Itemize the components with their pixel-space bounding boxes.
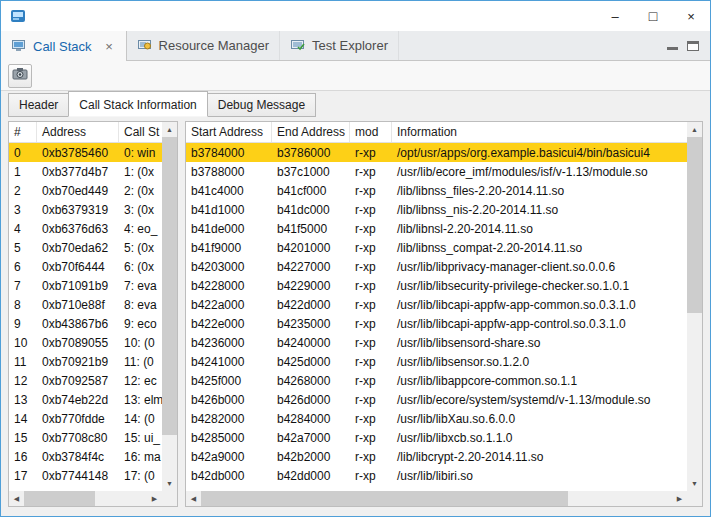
cell-end-address: b41f5000 bbox=[272, 222, 350, 236]
cell-num: 10 bbox=[9, 336, 37, 350]
cell-mod: r-xp bbox=[350, 374, 392, 388]
callstack-table-body: 0 0xb3785460 0: win 1 0xb377d4b7 1: (0x … bbox=[9, 143, 162, 491]
scrollbar-thumb[interactable] bbox=[201, 491, 568, 506]
cell-num: 2 bbox=[9, 184, 37, 198]
call-stack-icon bbox=[11, 38, 27, 54]
callstack-row[interactable]: 8 0xb710e88f 8: eva bbox=[9, 295, 162, 314]
memory-row[interactable]: b4228000 b4229000 r-xp /usr/lib/libsecur… bbox=[186, 276, 687, 295]
subtab-call-stack-information[interactable]: Call Stack Information bbox=[68, 91, 207, 117]
cell-end-address: b4229000 bbox=[272, 279, 350, 293]
memory-row[interactable]: b41c4000 b41cf000 r-xp /lib/libnss_files… bbox=[186, 181, 687, 200]
scrollbar-thumb[interactable] bbox=[162, 137, 177, 435]
scroll-down-icon[interactable]: ▼ bbox=[162, 476, 177, 491]
cell-num: 9 bbox=[9, 317, 37, 331]
callstack-row[interactable]: 0 0xb3785460 0: win bbox=[9, 143, 162, 162]
tab-call-stack[interactable]: Call Stack × bbox=[1, 31, 127, 61]
memory-row[interactable]: b426b000 b426d000 r-xp /usr/lib/ecore/sy… bbox=[186, 390, 687, 409]
horizontal-scrollbar[interactable]: ◀ ▶ bbox=[186, 491, 687, 506]
column-header-start-address[interactable]: Start Address bbox=[186, 122, 272, 142]
subtab-header[interactable]: Header bbox=[8, 93, 69, 117]
cell-call: 9: eco bbox=[119, 317, 162, 331]
titlebar[interactable]: – □ × bbox=[1, 1, 710, 31]
callstack-row[interactable]: 16 0xb3784f4c 16: ma bbox=[9, 447, 162, 466]
memory-row[interactable]: b422a000 b422d000 r-xp /usr/lib/libcapi-… bbox=[186, 295, 687, 314]
callstack-row[interactable]: 17 0xb7744148 17: (0 bbox=[9, 466, 162, 485]
minimize-view-icon[interactable] bbox=[667, 41, 678, 50]
memory-row[interactable]: b422e000 b4235000 r-xp /usr/lib/libcapi-… bbox=[186, 314, 687, 333]
cell-information: /usr/lib/libcapi-appfw-app-control.so.0.… bbox=[392, 317, 687, 331]
callstack-row[interactable]: 13 0xb74eb22d 13: elm bbox=[9, 390, 162, 409]
cell-call: 11: (0 bbox=[119, 355, 162, 369]
cell-start-address: b42a9000 bbox=[186, 450, 272, 464]
memory-row[interactable]: b42db000 b42dd000 r-xp /usr/lib/libiri.s… bbox=[186, 466, 687, 485]
memory-row[interactable]: b41d1000 b41dc000 r-xp /lib/libnss_nis-2… bbox=[186, 200, 687, 219]
scroll-right-icon[interactable]: ▶ bbox=[147, 491, 162, 506]
memory-row[interactable]: b4285000 b42a7000 r-xp /usr/lib/libxcb.s… bbox=[186, 428, 687, 447]
memory-table-header: Start Address End Address mod Informatio… bbox=[186, 122, 702, 143]
callstack-row[interactable]: 9 0xb43867b6 9: eco bbox=[9, 314, 162, 333]
callstack-row[interactable]: 1 0xb377d4b7 1: (0x bbox=[9, 162, 162, 181]
memory-row[interactable]: b41f9000 b4201000 r-xp /lib/libnss_compa… bbox=[186, 238, 687, 257]
callstack-row[interactable]: 11 0xb70921b9 11: (0 bbox=[9, 352, 162, 371]
callstack-row[interactable]: 15 0xb7708c80 15: ui_ bbox=[9, 428, 162, 447]
cell-information: /usr/lib/libcapi-appfw-app-common.so.0.3… bbox=[392, 298, 687, 312]
scrollbar-track bbox=[201, 491, 672, 506]
callstack-panel: # Address Call St 0 0xb3785460 0: win 1 … bbox=[8, 121, 178, 507]
cell-end-address: b41cf000 bbox=[272, 184, 350, 198]
memory-row[interactable]: b4236000 b4240000 r-xp /usr/lib/libsenso… bbox=[186, 333, 687, 352]
callstack-row[interactable]: 10 0xb7089055 10: (0 bbox=[9, 333, 162, 352]
callstack-row[interactable]: 2 0xb70ed449 2: (0x bbox=[9, 181, 162, 200]
vertical-scrollbar[interactable]: ▲ ▼ bbox=[162, 122, 177, 491]
callstack-row[interactable]: 5 0xb70eda62 5: (0x bbox=[9, 238, 162, 257]
tab-test-explorer[interactable]: Test Explorer bbox=[280, 31, 399, 60]
scrollbar-thumb[interactable] bbox=[687, 137, 702, 313]
callstack-row[interactable]: 12 0xb7092587 12: ec bbox=[9, 371, 162, 390]
view-tabbar: Call Stack × Resource Manager Test Explo… bbox=[1, 31, 710, 61]
memory-row[interactable]: b4241000 b425d000 r-xp /usr/lib/libsenso… bbox=[186, 352, 687, 371]
memory-row[interactable]: b3784000 b3786000 r-xp /opt/usr/apps/org… bbox=[186, 143, 687, 162]
callstack-row[interactable]: 7 0xb71091b9 7: eva bbox=[9, 276, 162, 295]
callstack-row[interactable]: 6 0xb70f6444 6: (0x bbox=[9, 257, 162, 276]
window-close-button[interactable]: × bbox=[672, 1, 710, 31]
column-header-information[interactable]: Information bbox=[392, 122, 702, 142]
memory-row[interactable]: b4203000 b4227000 r-xp /usr/lib/libpriva… bbox=[186, 257, 687, 276]
tab-resource-manager[interactable]: Resource Manager bbox=[127, 31, 281, 60]
scroll-left-icon[interactable]: ◀ bbox=[9, 491, 24, 506]
callstack-row[interactable]: 3 0xb6379319 3: (0x bbox=[9, 200, 162, 219]
vertical-scrollbar[interactable]: ▲ ▼ bbox=[687, 122, 702, 491]
view-controls bbox=[656, 31, 710, 60]
cell-information: /usr/lib/ecore/system/systemd/v-1.13/mod… bbox=[392, 393, 687, 407]
memory-row[interactable]: b3788000 b37c1000 r-xp /usr/lib/ecore_im… bbox=[186, 162, 687, 181]
scroll-down-icon[interactable]: ▼ bbox=[687, 476, 702, 491]
scroll-right-icon[interactable]: ▶ bbox=[672, 491, 687, 506]
memory-row[interactable]: b425f000 b4268000 r-xp /usr/lib/libappco… bbox=[186, 371, 687, 390]
window-minimize-button[interactable]: – bbox=[596, 1, 634, 31]
column-header-address[interactable]: Address bbox=[37, 122, 119, 142]
capture-button[interactable] bbox=[8, 64, 32, 88]
cell-address: 0xb7744148 bbox=[37, 469, 119, 483]
cell-address: 0xb377d4b7 bbox=[37, 165, 119, 179]
tab-close-icon[interactable]: × bbox=[103, 39, 116, 54]
cell-end-address: b37c1000 bbox=[272, 165, 350, 179]
callstack-row[interactable]: 4 0xb6376d63 4: eo_ bbox=[9, 219, 162, 238]
scroll-up-icon[interactable]: ▲ bbox=[162, 122, 177, 137]
cell-call: 12: ec bbox=[119, 374, 162, 388]
scroll-left-icon[interactable]: ◀ bbox=[186, 491, 201, 506]
window-maximize-button[interactable]: □ bbox=[634, 1, 672, 31]
window: – □ × Call Stack × Resource Manager Test… bbox=[0, 0, 711, 517]
cell-address: 0xb70eda62 bbox=[37, 241, 119, 255]
scrollbar-thumb[interactable] bbox=[24, 491, 95, 506]
column-header-end-address[interactable]: End Address bbox=[272, 122, 350, 142]
column-header-num[interactable]: # bbox=[9, 122, 37, 142]
memory-row[interactable]: b42a9000 b42b2000 r-xp /lib/libcrypt-2.2… bbox=[186, 447, 687, 466]
scroll-up-icon[interactable]: ▲ bbox=[687, 122, 702, 137]
subtab-debug-message[interactable]: Debug Message bbox=[208, 93, 316, 117]
column-header-mod[interactable]: mod bbox=[350, 122, 392, 142]
horizontal-scrollbar[interactable]: ◀ ▶ bbox=[9, 491, 162, 506]
memory-row[interactable]: b4282000 b4284000 r-xp /usr/lib/libXau.s… bbox=[186, 409, 687, 428]
maximize-view-icon[interactable] bbox=[687, 41, 699, 51]
callstack-row[interactable]: 14 0xb770fdde 14: (0 bbox=[9, 409, 162, 428]
cell-mod: r-xp bbox=[350, 146, 392, 160]
cell-call: 1: (0x bbox=[119, 165, 162, 179]
memory-row[interactable]: b41de000 b41f5000 r-xp /lib/libnsl-2.20-… bbox=[186, 219, 687, 238]
